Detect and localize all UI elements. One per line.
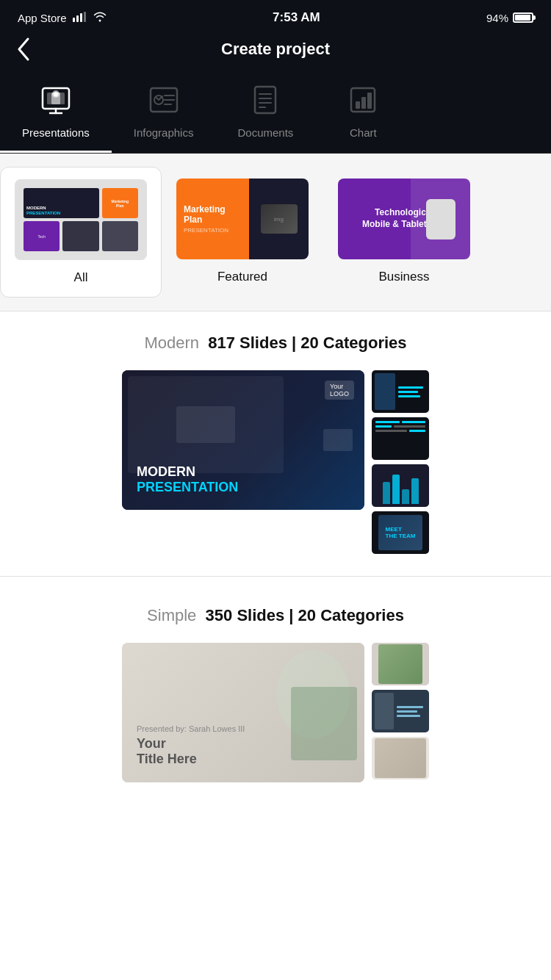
simple-thumb-2[interactable] [372, 690, 429, 732]
modern-thumb-4[interactable]: MEETTHE TEAM [372, 511, 429, 554]
filter-business-label: Business [379, 270, 430, 284]
simple-template-grid: Presented by: Sarah Lowes III YourTitle … [15, 643, 536, 782]
infographics-icon [145, 81, 183, 119]
filter-all-thumb: MODERN PRESENTATION MarketingPlan Tech [15, 179, 147, 260]
tab-charts[interactable]: Chart [315, 81, 411, 153]
filter-business-thumb: TechnologicalMobile & Tablet App [338, 179, 470, 259]
svg-rect-3 [84, 12, 86, 22]
section-divider-1 [0, 576, 551, 577]
simple-section-title: Simple 350 Slides | 20 Categories [15, 606, 536, 625]
modern-section: Modern 817 Slides | 20 Categories YourLO… [0, 311, 551, 569]
tab-presentations-label: Presentations [22, 126, 90, 139]
tab-documents-label: Documents [237, 126, 293, 139]
category-tabs: Presentations Infographics [0, 73, 551, 154]
status-right: 94% [486, 12, 533, 24]
modern-thumb-3[interactable] [372, 464, 429, 507]
battery-icon [513, 12, 533, 23]
simple-thumbs-column [372, 643, 429, 782]
svg-rect-24 [367, 93, 372, 109]
simple-prefix: Simple [147, 606, 196, 624]
modern-thumbs-column: MEETTHE TEAM [372, 370, 429, 554]
tab-infographics[interactable]: Infographics [112, 81, 216, 153]
signal-bars [73, 12, 87, 24]
filter-all-label: All [74, 270, 88, 285]
svg-rect-0 [73, 18, 75, 22]
documents-icon [246, 81, 284, 119]
svg-point-8 [54, 92, 58, 96]
tab-charts-label: Chart [350, 126, 377, 139]
svg-rect-23 [361, 97, 366, 109]
simple-thumb-1[interactable] [372, 643, 429, 685]
modern-template-main[interactable]: YourLOGO MODERN PRESENTATION [122, 370, 364, 510]
simple-thumb-3[interactable] [372, 737, 429, 779]
modern-prefix: Modern [144, 334, 199, 352]
svg-rect-22 [356, 101, 360, 109]
tab-presentations[interactable]: Presentations [0, 81, 112, 153]
charts-icon [344, 81, 382, 119]
tab-documents[interactable]: Documents [215, 81, 315, 153]
modern-thumb-2[interactable] [372, 417, 429, 460]
filter-featured[interactable]: MarketingPlan PRESENTATION img Featured [162, 167, 323, 298]
status-bar: App Store 7:53 AM 94% [0, 0, 551, 32]
filter-business[interactable]: TechnologicalMobile & Tablet App Busines… [323, 167, 485, 298]
tab-infographics-label: Infographics [134, 126, 194, 139]
simple-section: Simple 350 Slides | 20 Categories Presen… [0, 584, 551, 797]
carrier-label: App Store [18, 12, 67, 24]
status-time: 7:53 AM [273, 10, 320, 25]
wifi-icon [93, 12, 107, 24]
svg-rect-2 [80, 13, 82, 22]
simple-template-main[interactable]: Presented by: Sarah Lowes III YourTitle … [122, 643, 364, 782]
status-left: App Store [18, 12, 107, 24]
battery-percent: 94% [486, 12, 508, 24]
header: Create project [0, 32, 551, 73]
back-button[interactable] [15, 36, 31, 62]
filter-featured-label: Featured [217, 270, 267, 284]
page-title: Create project [221, 40, 330, 59]
presentations-icon [37, 81, 75, 119]
modern-thumb-1[interactable] [372, 370, 429, 413]
svg-rect-16 [255, 87, 276, 113]
filter-row: MODERN PRESENTATION MarketingPlan Tech A… [0, 154, 551, 311]
filter-all[interactable]: MODERN PRESENTATION MarketingPlan Tech A… [0, 167, 162, 298]
simple-stats: 350 Slides | 20 Categories [206, 606, 404, 624]
modern-stats: 817 Slides | 20 Categories [208, 334, 406, 352]
svg-rect-1 [76, 15, 79, 22]
modern-template-grid: YourLOGO MODERN PRESENTATION [15, 370, 536, 554]
modern-section-title: Modern 817 Slides | 20 Categories [15, 334, 536, 353]
filter-featured-thumb: MarketingPlan PRESENTATION img [176, 179, 309, 259]
